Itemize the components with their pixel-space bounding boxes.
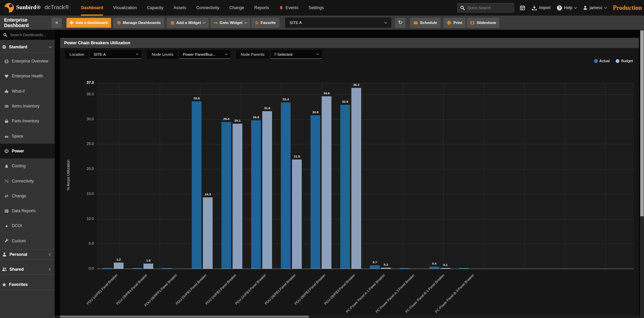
- sidebar-item-custom[interactable]: Custom: [0, 234, 55, 248]
- help-menu[interactable]: ?Help: [557, 5, 576, 10]
- barcode-icon: [4, 104, 9, 108]
- bar-actual-pc-power-panel-a-3-panel-breaker[interactable]: [400, 268, 409, 269]
- schedule-button[interactable]: Schedule: [410, 18, 440, 28]
- bar-value-label: 32.9: [342, 100, 348, 103]
- sidebar-item-cooling[interactable]: Cooling: [0, 158, 55, 173]
- calendar-button[interactable]: [520, 5, 525, 10]
- sidebar-section-shared[interactable]: Shared: [0, 264, 55, 275]
- sidebar-item-dcoi[interactable]: ●DCOI: [0, 218, 55, 233]
- nav-item-label: Assets: [173, 5, 186, 10]
- manage-dashboards-button[interactable]: ⚙Manage Dashboards: [113, 18, 164, 28]
- horizontal-gridline: [97, 119, 634, 120]
- nav-item-visualization[interactable]: Visualization: [113, 0, 137, 16]
- bar-budget-pdu-1b-pb1-panel-breaker[interactable]: [143, 264, 153, 269]
- person-icon: [2, 252, 7, 257]
- bar-budget-pdu-2b-pb3-panel-breaker[interactable]: [351, 88, 361, 269]
- gear-icon: ⚙: [117, 21, 121, 25]
- legend-item-budget[interactable]: Budget: [616, 59, 633, 63]
- bar-actual-pc-power-panel-a-1-panel-breaker[interactable]: [370, 265, 380, 269]
- user-menu[interactable]: jamesc: [583, 5, 607, 10]
- legend-item-actual[interactable]: Actual: [594, 59, 610, 63]
- printer-icon: [447, 21, 451, 25]
- bar-actual-pc-power-panel-b-3-panel-breaker[interactable]: [459, 268, 469, 269]
- refresh-button[interactable]: ↻: [395, 18, 405, 28]
- sidebar-item-change[interactable]: ⇄Change: [0, 189, 55, 203]
- environment-badge: Production: [613, 4, 642, 11]
- nav-item-change[interactable]: Change: [230, 0, 244, 16]
- filter-select-location[interactable]: SITE A: [90, 50, 141, 59]
- import-button[interactable]: Import: [532, 5, 551, 10]
- nav-item-label: Change: [230, 5, 244, 10]
- gauge-icon: [4, 134, 9, 138]
- bar-actual-pc-power-panel-b-1-panel-breaker[interactable]: [429, 267, 439, 269]
- goto-widget-button[interactable]: ↪Goto Widget: [211, 18, 250, 28]
- bar-actual-pdu-2b-pb3-panel-breaker[interactable]: [340, 105, 350, 269]
- filter-select-node-levels[interactable]: Power Panel/Bus...: [179, 50, 231, 59]
- bar-budget-pdu-2a-pb2-panel-breaker[interactable]: [233, 124, 242, 269]
- filter-value: SITE A: [93, 52, 106, 56]
- vertical-gridline: [403, 83, 403, 269]
- horizontal-scrollbar-thumb[interactable]: [60, 316, 309, 318]
- sidebar-search[interactable]: [0, 30, 55, 40]
- sidebar-item-enterprise-health[interactable]: Enterprise Health: [0, 69, 55, 83]
- bar-budget-pc-power-panel-a-1-panel-breaker[interactable]: [381, 268, 391, 269]
- nav-item-label: Settings: [308, 5, 324, 10]
- bar-value-label: 0.4: [432, 262, 436, 265]
- quick-search[interactable]: [457, 3, 514, 13]
- bar-budget-pc-power-panel-b-1-panel-breaker[interactable]: [440, 268, 450, 269]
- vertical-scrollbar[interactable]: [640, 30, 644, 318]
- sidebar-item-enterprise-overview[interactable]: Enterprise Overview: [0, 54, 55, 69]
- slideshow-button[interactable]: Slideshow: [467, 18, 499, 28]
- sidebar-item-parts-inventory[interactable]: Parts Inventory: [0, 114, 55, 128]
- nav-item-dashboard[interactable]: Dashboard: [81, 0, 103, 16]
- sidebar-item-items-inventory[interactable]: Items Inventory: [0, 99, 55, 114]
- sidebar-search-input[interactable]: [9, 32, 50, 37]
- bar-budget-pdu-1a-pb1-panel-breaker[interactable]: [114, 263, 124, 269]
- dashboard-site-selector[interactable]: SITE A: [285, 18, 391, 28]
- bar-budget-pdu-2a-pb3-panel-breaker[interactable]: [262, 111, 272, 269]
- nav-item-settings[interactable]: Settings: [308, 0, 324, 16]
- vertical-scrollbar-thumb[interactable]: [640, 30, 644, 216]
- chart-plot-area: 1.21.033.614.329.429.129.831.633.421.930…: [97, 83, 634, 269]
- bar-actual-pdu-2b-pb2-panel-breaker[interactable]: [311, 115, 320, 269]
- add-widget-button[interactable]: ⊞Add a Widget: [167, 18, 208, 28]
- sidebar-section-personal[interactable]: Personal: [0, 249, 55, 260]
- collapse-sidebar-button[interactable]: «: [52, 18, 62, 28]
- favorite-button[interactable]: ☆Favorite: [251, 18, 279, 28]
- horizontal-scrollbar[interactable]: [55, 315, 640, 318]
- search-icon: [460, 5, 465, 10]
- sidebar-item-space[interactable]: Space: [0, 128, 55, 143]
- sidebar-section-favorites[interactable]: ★ Favorites: [0, 279, 55, 290]
- bar-budget-pdu-2b-pb1-panel-breaker[interactable]: [292, 160, 302, 269]
- nav-item-events[interactable]: Events: [279, 0, 298, 16]
- nav-item-connectivity[interactable]: Connectivity: [196, 0, 219, 16]
- sidebar-item-connectivity[interactable]: Connectivity: [0, 173, 55, 188]
- quick-search-input[interactable]: [467, 5, 507, 10]
- bar-budget-pdu-2b-pb2-panel-breaker[interactable]: [322, 96, 331, 269]
- bar-actual-pdu-2b-pb1-panel-breaker[interactable]: [281, 102, 291, 269]
- sidebar-item-what-if[interactable]: What-if: [0, 84, 55, 99]
- bar-actual-pdu-2a-pb3-panel-breaker[interactable]: [251, 120, 261, 269]
- bar-actual-pdu-1b-rpp1-panel-breaker[interactable]: [162, 268, 172, 269]
- add-dashboard-button[interactable]: ✚Add a Dashboard: [66, 18, 111, 28]
- bar-actual-pdu-1a-pb1-panel-breaker[interactable]: [103, 268, 112, 269]
- import-icon: [532, 5, 537, 10]
- horizontal-gridline: [97, 169, 634, 169]
- widget-title-bar[interactable]: Power Chain Breakers Utilization: [60, 38, 639, 48]
- bar-actual-pdu-2a-pb1-panel-breaker[interactable]: [192, 101, 202, 269]
- basket-icon: [4, 119, 9, 123]
- heart-icon: [4, 74, 9, 78]
- sidebar-section-standard[interactable]: ⚙ Standard: [0, 42, 55, 52]
- sunbird-logo-icon[interactable]: [4, 3, 14, 13]
- nav-item-capacity[interactable]: Capacity: [147, 0, 163, 16]
- print-button[interactable]: Print: [444, 18, 465, 28]
- sidebar-item-power[interactable]: Power: [0, 144, 55, 158]
- bar-budget-pdu-2a-pb1-panel-breaker[interactable]: [203, 197, 213, 269]
- widget-icon: ⊞: [170, 21, 174, 25]
- sidebar-item-data-reports[interactable]: Data Reports: [0, 203, 55, 218]
- nav-item-reports[interactable]: Reports: [254, 0, 269, 16]
- filter-select-node-parents[interactable]: 7 Selected: [271, 50, 322, 59]
- nav-item-assets[interactable]: Assets: [173, 0, 186, 16]
- bar-actual-pdu-2a-pb2-panel-breaker[interactable]: [221, 122, 231, 269]
- bar-actual-pdu-1b-pb1-panel-breaker[interactable]: [132, 268, 142, 269]
